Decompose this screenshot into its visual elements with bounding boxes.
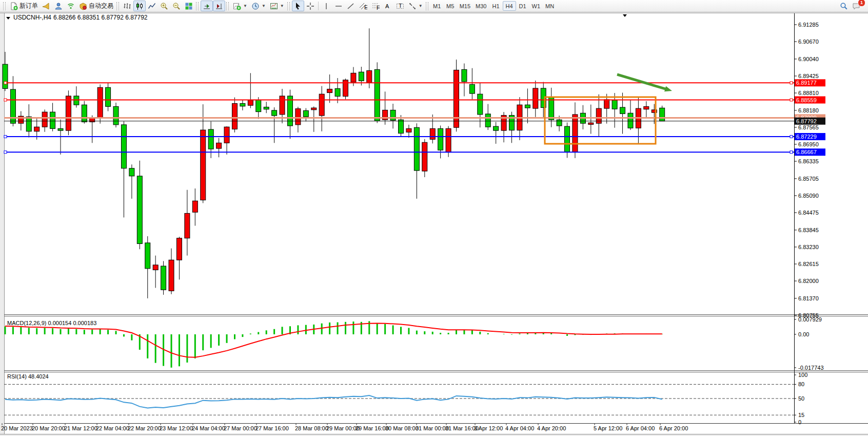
new-order-icon (10, 2, 18, 10)
timeframe-m30[interactable]: M30 (473, 1, 489, 11)
time-axis-label: 30 Mar 08:00 (385, 425, 419, 431)
toolbar-grip[interactable] (226, 2, 229, 10)
candle-body (446, 128, 451, 152)
label-icon: T (396, 2, 404, 10)
line-chart-icon (148, 2, 156, 10)
time-axis-label: 6 Apr 04:00 (626, 425, 655, 431)
price-tag-label: 6.88559 (796, 97, 817, 103)
signal-button[interactable] (65, 1, 77, 11)
candle-body (644, 106, 649, 109)
toolbar-grip[interactable] (196, 2, 199, 10)
price-tag-label: 6.87229 (796, 134, 817, 140)
candle-body (169, 260, 174, 291)
chat-badge: 1 (858, 0, 865, 7)
toolbar-grip[interactable] (116, 2, 119, 10)
price-tag-label: 6.86667 (796, 149, 817, 155)
zoom-out-button[interactable] (170, 1, 183, 11)
timeframe-h1[interactable]: H1 (489, 1, 503, 11)
time-axis-label: 27 Mar 16:00 (255, 425, 289, 431)
toolbar-grip[interactable] (287, 2, 290, 10)
search-icon (840, 2, 848, 10)
macd-axis-label: 0.00 (798, 331, 809, 337)
label-button[interactable]: T (394, 1, 406, 11)
timeframe-m15[interactable]: M15 (457, 1, 473, 11)
autotrading-button[interactable]: 自动交易 (77, 1, 115, 11)
signal-icon (67, 2, 75, 10)
svg-text:6.85705: 6.85705 (798, 176, 819, 182)
macd-axis-label: -0.017743 (798, 365, 824, 371)
rsi-axis-label: 80 (798, 381, 804, 387)
rsi-axis-label: 50 (798, 395, 804, 402)
periods-icon (251, 2, 260, 10)
toolbar-grip[interactable] (426, 2, 428, 10)
time-axis-label: 29 Mar 00:00 (326, 425, 360, 431)
zoom-in-button[interactable] (158, 1, 170, 11)
line-chart-button[interactable] (146, 1, 158, 11)
candle-body (90, 118, 95, 122)
auto-scroll-button[interactable] (213, 1, 225, 11)
chevron-down-icon: ▼ (243, 4, 247, 8)
svg-text:T: T (399, 3, 402, 9)
candle-body (359, 72, 364, 81)
chevron-down-icon: ▼ (419, 4, 423, 8)
chart-window-background (0, 13, 868, 436)
candle-body (129, 168, 134, 176)
search-button[interactable] (838, 1, 850, 11)
candle-body (97, 87, 103, 118)
toolbar-grip[interactable] (3, 2, 6, 10)
trendline-button[interactable] (345, 1, 357, 11)
candle-body (201, 130, 206, 200)
candle-body (224, 127, 229, 143)
candle-body (588, 123, 594, 124)
vertical-line-button[interactable] (320, 1, 332, 11)
candle-body (533, 88, 538, 108)
fibonacci-button[interactable]: F (369, 1, 382, 11)
shift-end-button[interactable] (201, 1, 213, 11)
chart-canvas[interactable]: 6.912856.906706.900406.894256.888106.881… (0, 13, 868, 436)
templates-button[interactable]: ▼ (268, 1, 286, 11)
timeframe-m5[interactable]: M5 (444, 1, 457, 11)
candle-body (264, 107, 269, 109)
svg-text:6.87565: 6.87565 (798, 124, 819, 130)
timeframe-toolbar: M1M5M15M30H1H4D1W1MN (430, 1, 557, 11)
bars-chart-button[interactable] (121, 1, 133, 11)
candle-body (113, 106, 119, 124)
horn-button[interactable] (40, 1, 52, 11)
timeframe-d1[interactable]: D1 (516, 1, 529, 11)
candle-body (573, 115, 578, 152)
operator-button[interactable] (52, 1, 65, 11)
autotrading-icon (79, 2, 87, 10)
cursor-button[interactable] (292, 1, 304, 11)
shapes-button[interactable]: ▼ (406, 1, 425, 11)
candle-body (106, 87, 111, 106)
timeframe-h4[interactable]: H4 (503, 1, 516, 11)
candle-body (240, 103, 245, 106)
candlestick-chart-button[interactable] (133, 1, 146, 11)
new-order-button[interactable]: 新订单 (8, 1, 40, 11)
timeframe-w1[interactable]: W1 (529, 1, 543, 11)
equidistant-channel-button[interactable]: E (357, 1, 369, 11)
chevron-down-icon: ▼ (262, 4, 266, 8)
svg-text:6.83230: 6.83230 (798, 244, 819, 250)
candle-body (327, 89, 332, 93)
candle-body (660, 108, 665, 121)
toolbar: 新订单 自动交易 ▼ ▼ ▼ E F A T ▼ M1M5M15M30H1H4D… (0, 0, 868, 12)
candle-body (248, 100, 253, 105)
trendline-icon (347, 2, 355, 10)
candle-body (232, 103, 237, 129)
candle-body (454, 70, 459, 127)
candle-body (414, 127, 419, 170)
candle-body (478, 94, 483, 115)
periods-button[interactable]: ▼ (249, 1, 268, 11)
time-axis-label: 20 Mar 2023 (1, 425, 33, 431)
text-button[interactable]: A (382, 1, 394, 11)
candle-body (192, 201, 198, 212)
candle-body (549, 97, 554, 120)
timeframe-mn[interactable]: MN (543, 1, 557, 11)
indicators-button[interactable]: ▼ (231, 1, 249, 11)
horizontal-line-button[interactable] (332, 1, 345, 11)
crosshair-button[interactable] (304, 1, 317, 11)
time-axis-label: 22 Mar 04:00 (96, 425, 129, 431)
timeframe-m1[interactable]: M1 (430, 1, 444, 11)
tile-windows-button[interactable] (183, 1, 195, 11)
